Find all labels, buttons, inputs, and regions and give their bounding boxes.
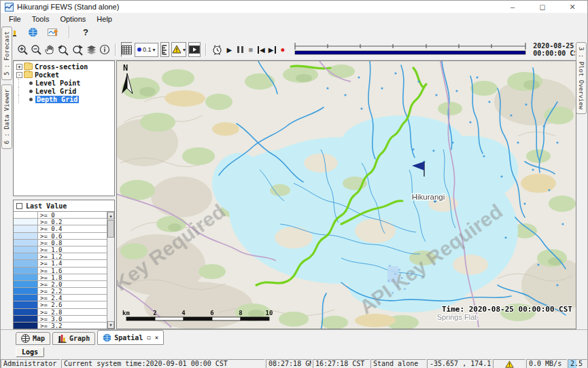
side-tab--data-viewer[interactable]: 6 : Data Viewer [1,84,12,149]
locality-label: Springs Flat [437,313,477,321]
skip-to-end-button[interactable]: ▶ [268,42,277,57]
maximize-button[interactable]: ◻ [528,1,557,13]
toolbar-separator [205,43,207,56]
logs-button[interactable]: Logs [16,347,44,357]
tab-map[interactable]: Map [16,332,50,345]
tree-item-depth-grid[interactable]: Depth Grid [15,95,114,103]
legend-row[interactable]: >= 1.2 [14,253,107,260]
skip-to-start-button[interactable]: ◀ [257,42,266,57]
tab-spatial[interactable]: Spatial ◻ ✕ [97,330,164,345]
tree-expander-icon[interactable]: - [16,72,22,78]
map-canvas[interactable]: API Key Required API Key Required Hikura… [116,60,576,329]
tree-item-level-grid[interactable]: Level Grid [15,87,114,95]
timeseries-icon[interactable] [46,24,60,39]
scroll-thumb[interactable] [107,220,114,238]
legend-list: >= 0>= 0.2>= 0.4>= 0.6>= 0.8>= 1.0>= 1.2… [14,212,107,329]
tab-maximize-icon[interactable]: ◻ [147,334,150,341]
menu-item-options[interactable]: Options [54,15,91,23]
legend-title: Last Value [26,202,67,210]
legend-row[interactable]: >= 0.2 [14,219,107,225]
time-slider[interactable] [293,42,528,57]
legend-threshold-label: >= 2.4 [38,295,63,301]
menu-item-help[interactable]: Help [91,15,118,23]
record-button[interactable]: ● [279,42,288,57]
legend-threshold-label: >= 0.2 [38,219,63,225]
legend-row[interactable]: >= 0 [14,212,107,219]
legend-color-swatch [14,309,38,315]
legend-row[interactable]: >= 3.0 [14,316,107,323]
scroll-up-icon[interactable]: ▲ [107,212,114,219]
status-bar: Administrator Current system time:2020-0… [1,359,587,368]
info-icon[interactable] [99,42,110,57]
pan-hand-icon[interactable] [44,42,55,57]
tree-item-label: Pocket [35,71,59,79]
legend-row[interactable]: >= 0.8 [14,240,107,246]
status-system-time: Current system time:2020-09-01 00:00 CST [61,359,265,368]
legend-row[interactable]: >= 2.8 [14,309,107,316]
side-tab--forecast[interactable]: 5 : Forecast [1,26,12,80]
pause-button[interactable] [236,42,245,57]
tree-item-label: Depth Grid [35,96,79,103]
bullet-icon [29,98,33,101]
status-user: Administrator [1,359,60,368]
last-value-checkbox[interactable] [16,203,22,209]
tree-expander-icon[interactable]: + [16,64,22,70]
legend-row[interactable]: >= 1.0 [14,246,107,253]
zoom-in-icon[interactable] [17,42,29,57]
tree-connector [18,79,28,87]
scroll-down-icon[interactable]: ▼ [107,321,114,329]
tree-item-pocket[interactable]: -Pocket [15,71,114,79]
legend-threshold-label: >= 1.4 [38,260,63,266]
minimize-button[interactable]: – [498,1,528,13]
stop-button[interactable]: ■ [246,42,255,57]
legend-row[interactable]: >= 0.4 [14,225,107,232]
tab-close-icon[interactable]: ✕ [155,334,158,341]
tree-connector [18,95,28,103]
bullet-icon [29,81,33,85]
zoom-out-icon[interactable] [31,42,42,57]
tree-item-level-point[interactable]: Level Point [15,79,114,87]
menu-item-tools[interactable]: Tools [27,15,55,23]
point-size-dropdown[interactable]: 0.1 ▾ [135,43,158,57]
close-button[interactable]: ✕ [557,1,587,13]
scale-tick-label: 2 [153,310,156,316]
legend-row[interactable]: >= 2.4 [14,295,107,301]
legend-color-swatch [14,246,38,253]
movie-player-button[interactable] [188,42,201,57]
legend-row[interactable]: >= 1.8 [14,274,107,281]
grid-toggle-button[interactable] [121,42,133,57]
bottom-tab-bar: Map Graph Spatial ◻ ✕ [1,329,587,345]
toolbar-separator [69,26,70,38]
layers-icon[interactable] [86,42,97,57]
svg-text:N: N [123,63,128,73]
status-mode: Stand alone [370,359,426,368]
scalebar-toggle-button[interactable] [160,42,170,57]
tab-spatial-label: Spatial [114,334,143,342]
play-button[interactable]: ▶ [225,42,234,57]
layer-tree: +Cross-section-PocketLevel PointLevel Gr… [13,60,115,196]
warning-dropdown-button[interactable]: ▾ [171,42,186,57]
chevron-down-icon: ▾ [183,47,186,53]
legend-row[interactable]: >= 2.0 [14,281,107,288]
zoom-next-icon[interactable] [71,42,84,57]
legend-scrollbar[interactable]: ▲ ▼ [107,212,114,329]
legend-row[interactable]: >= 1.4 [14,260,107,267]
bullet-icon [29,90,33,93]
legend-row[interactable]: >= 2.6 [14,301,107,308]
legend-row[interactable]: >= 1.6 [14,268,107,274]
help-button[interactable]: ? [78,24,93,39]
legend-row[interactable]: >= 2.2 [14,288,107,295]
legend-threshold-label: >= 1.6 [38,268,63,274]
scale-tick-label: 10 [266,310,273,316]
zoom-previous-icon[interactable] [57,42,69,57]
animation-clock-icon[interactable] [211,42,223,57]
side-tab--plot-overview[interactable]: 3 : Plot Overview [576,42,587,114]
menu-item-file[interactable]: File [3,15,27,23]
tab-graph-label: Graph [69,335,90,342]
legend-row[interactable]: >= 3.2 [14,323,107,329]
spatial-display-icon[interactable] [25,24,40,39]
tree-item-cross-section[interactable]: +Cross-section [15,62,114,71]
tab-graph[interactable]: Graph [52,332,95,345]
status-warning-cell[interactable] [493,359,525,368]
legend-row[interactable]: >= 0.6 [14,233,107,240]
